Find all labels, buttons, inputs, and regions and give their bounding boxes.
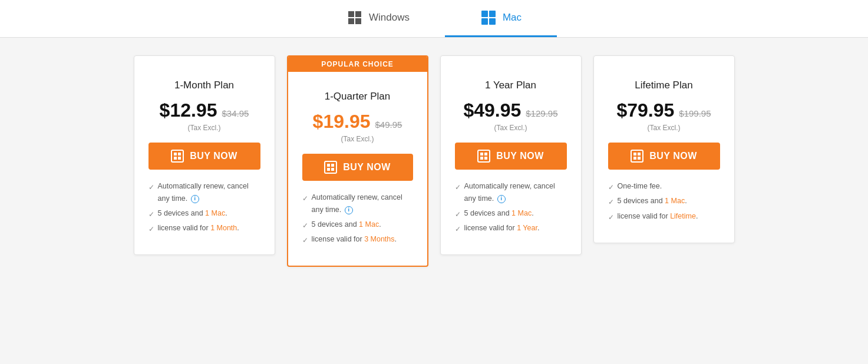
svg-rect-2 bbox=[481, 18, 488, 25]
feature-item: ✓ Automatically renew, cancel any time. … bbox=[148, 180, 260, 206]
plan-quarter-features: ✓ Automatically renew, cancel any time. … bbox=[302, 191, 413, 248]
plan-year-price-row: $49.95 $129.95 bbox=[463, 100, 557, 121]
plan-lifetime-original: $199.95 bbox=[679, 108, 711, 118]
feature-item: ✓ license valid for 1 Year. bbox=[455, 222, 567, 235]
feature-item: ✓ One-time fee. bbox=[608, 180, 720, 193]
svg-rect-15 bbox=[484, 157, 487, 160]
check-icon: ✓ bbox=[608, 211, 614, 223]
buy-icon-quarter bbox=[324, 161, 337, 174]
plan-lifetime-tax: (Tax Excl.) bbox=[647, 124, 680, 132]
feature-item: ✓ license valid for 3 Months. bbox=[302, 233, 413, 246]
plan-month-original: $34.95 bbox=[222, 108, 249, 118]
svg-rect-4 bbox=[174, 153, 177, 155]
svg-rect-19 bbox=[638, 157, 641, 160]
plan-quarter-buy-button[interactable]: BUY NOW bbox=[302, 154, 413, 181]
svg-rect-5 bbox=[178, 153, 181, 155]
svg-rect-7 bbox=[178, 157, 181, 160]
tab-bar: Windows Mac bbox=[0, 0, 868, 38]
plan-lifetime-name: Lifetime Plan bbox=[635, 80, 692, 91]
plan-year: 1 Year Plan $49.95 $129.95 (Tax Excl.) B… bbox=[440, 55, 582, 255]
plan-lifetime-buy-button[interactable]: BUY NOW bbox=[608, 143, 720, 170]
plan-quarter-price: $19.95 bbox=[313, 111, 371, 133]
svg-rect-1 bbox=[489, 11, 496, 17]
tab-windows[interactable]: Windows bbox=[311, 0, 445, 37]
svg-rect-18 bbox=[633, 157, 636, 160]
mac-icon bbox=[480, 9, 497, 26]
svg-rect-14 bbox=[480, 157, 483, 160]
svg-rect-16 bbox=[633, 153, 636, 155]
svg-rect-0 bbox=[481, 11, 488, 17]
plan-quarter-name: 1-Quarter Plan bbox=[325, 91, 391, 102]
check-icon: ✓ bbox=[302, 234, 308, 246]
buy-icon-month bbox=[171, 150, 184, 163]
plan-quarter-original: $49.95 bbox=[375, 120, 402, 130]
feature-item: ✓ 5 devices and 1 Mac. bbox=[455, 207, 567, 220]
plan-month-features: ✓ Automatically renew, cancel any time. … bbox=[148, 180, 260, 237]
check-icon: ✓ bbox=[148, 181, 154, 193]
buy-icon-year bbox=[477, 150, 490, 163]
tab-mac[interactable]: Mac bbox=[445, 0, 557, 37]
check-icon: ✓ bbox=[148, 223, 154, 235]
svg-rect-10 bbox=[327, 168, 330, 171]
plan-month-price-row: $12.95 $34.95 bbox=[160, 100, 249, 121]
svg-rect-11 bbox=[331, 168, 334, 171]
svg-rect-3 bbox=[489, 18, 496, 25]
feature-item: ✓ 5 devices and 1 Mac. bbox=[148, 207, 260, 220]
check-icon: ✓ bbox=[455, 209, 461, 220]
svg-rect-6 bbox=[174, 157, 177, 160]
feature-item: ✓ 5 devices and 1 Mac. bbox=[302, 219, 413, 231]
tab-windows-label: Windows bbox=[369, 12, 410, 24]
svg-rect-13 bbox=[484, 153, 487, 155]
plan-lifetime-price: $79.95 bbox=[616, 100, 674, 121]
check-icon: ✓ bbox=[302, 220, 308, 231]
plans-container: 1-Month Plan $12.95 $34.95 (Tax Excl.) B… bbox=[0, 38, 868, 364]
plan-lifetime-price-row: $79.95 $199.95 bbox=[616, 100, 711, 121]
svg-rect-12 bbox=[480, 153, 483, 155]
plan-year-features: ✓ Automatically renew, cancel any time. … bbox=[455, 180, 567, 237]
plan-quarter-price-row: $19.95 $49.95 bbox=[313, 111, 402, 133]
plan-year-original: $129.95 bbox=[526, 108, 557, 118]
buy-icon-lifetime bbox=[631, 150, 643, 163]
info-icon: i bbox=[345, 206, 353, 214]
info-icon: i bbox=[497, 195, 506, 203]
plan-month-name: 1-Month Plan bbox=[174, 80, 234, 91]
info-icon: i bbox=[191, 195, 199, 203]
check-icon: ✓ bbox=[148, 209, 154, 220]
plan-quarter-tax: (Tax Excl.) bbox=[341, 135, 374, 143]
check-icon: ✓ bbox=[608, 196, 614, 208]
check-icon: ✓ bbox=[608, 181, 614, 193]
svg-rect-17 bbox=[638, 153, 641, 155]
plan-lifetime-features: ✓ One-time fee. ✓ 5 devices and 1 Mac. ✓… bbox=[608, 180, 720, 225]
tab-mac-label: Mac bbox=[503, 12, 522, 24]
check-icon: ✓ bbox=[455, 181, 461, 193]
plan-month-buy-button[interactable]: BUY NOW bbox=[148, 143, 260, 170]
check-icon: ✓ bbox=[302, 193, 308, 204]
feature-item: ✓ Automatically renew, cancel any time. … bbox=[455, 180, 567, 206]
plan-year-tax: (Tax Excl.) bbox=[494, 124, 527, 132]
plan-year-buy-button[interactable]: BUY NOW bbox=[455, 143, 567, 170]
feature-item: ✓ 5 devices and 1 Mac. bbox=[608, 195, 720, 208]
svg-rect-8 bbox=[327, 164, 330, 167]
feature-item: ✓ license valid for Lifetime. bbox=[608, 210, 720, 223]
plan-quarter: POPULAR CHOICE 1-Quarter Plan $19.95 $49… bbox=[287, 55, 428, 267]
feature-item: ✓ license valid for 1 Month. bbox=[148, 222, 260, 235]
windows-icon bbox=[346, 9, 363, 26]
feature-item: ✓ Automatically renew, cancel any time. … bbox=[302, 191, 413, 217]
plan-month-tax: (Tax Excl.) bbox=[187, 124, 220, 132]
plan-month: 1-Month Plan $12.95 $34.95 (Tax Excl.) B… bbox=[134, 55, 275, 255]
popular-badge: POPULAR CHOICE bbox=[288, 57, 427, 72]
plan-month-price: $12.95 bbox=[160, 100, 217, 121]
plan-year-name: 1 Year Plan bbox=[485, 80, 536, 91]
svg-rect-9 bbox=[331, 164, 334, 167]
plan-year-price: $49.95 bbox=[463, 100, 521, 121]
check-icon: ✓ bbox=[455, 223, 461, 235]
plan-lifetime: Lifetime Plan $79.95 $199.95 (Tax Excl.)… bbox=[593, 55, 735, 243]
